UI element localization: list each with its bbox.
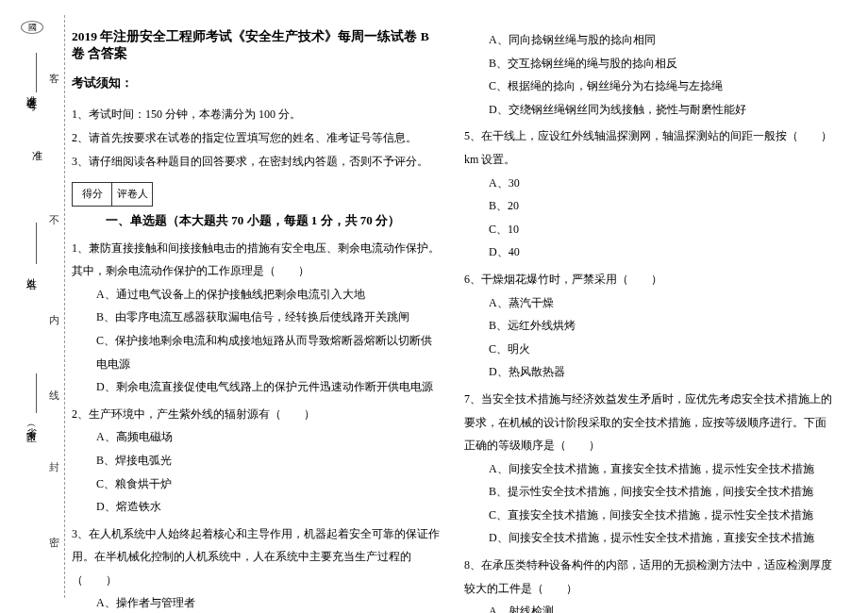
question-3: 3、在人机系统中人始终起着核心和主导作用，机器起着安全可靠的保证作用。在半机械化… bbox=[72, 522, 440, 592]
margin-word-1: 客 bbox=[47, 64, 61, 67]
option: D、剩余电流直接促使电气线路上的保护元件迅速动作断开供电电源 bbox=[72, 375, 440, 399]
option: B、由零序电流互感器获取漏电信号，经转换后使线路开关跳闸 bbox=[72, 306, 440, 329]
margin-word-5: 封 bbox=[47, 453, 61, 456]
option: C、10 bbox=[464, 218, 832, 241]
option: C、粮食烘干炉 bbox=[72, 472, 440, 496]
oval-mark-top: 國 bbox=[21, 21, 43, 34]
option: D、间接安全技术措施，提示性安全技术措施，直接安全技术措施 bbox=[464, 526, 832, 550]
option: A、同向捻钢丝绳与股的捻向相同 bbox=[464, 28, 832, 52]
left-column: 2019 年注册安全工程师考试《安全生产技术》每周一练试卷 B 卷 含答案 考试… bbox=[72, 28, 440, 613]
notice-line: 1、考试时间：150 分钟，本卷满分为 100 分。 bbox=[72, 103, 440, 126]
field-name-label: 姓名 bbox=[25, 270, 39, 273]
right-column: A、同向捻钢丝绳与股的捻向相同 B、交互捻钢丝绳的绳与股的捻向相反 C、根据绳的… bbox=[464, 28, 832, 613]
field-line-1 bbox=[36, 53, 37, 92]
option: C、根据绳的捻向，钢丝绳分为右捻绳与左捻绳 bbox=[464, 75, 832, 98]
option: C、明火 bbox=[464, 338, 832, 361]
option: C、直接安全技术措施，间接安全技术措施，提示性安全技术措施 bbox=[464, 504, 832, 527]
score-cell-grader: 评卷人 bbox=[112, 183, 152, 206]
notice-line: 3、请仔细阅读各种题目的回答要求，在密封线内答题，否则不予评分。 bbox=[72, 150, 440, 174]
score-cell-score: 得分 bbox=[73, 183, 112, 206]
option: C、保护接地剩余电流和构成接地短路从而导致熔断器熔断以切断供电电源 bbox=[72, 329, 440, 375]
field-line-3 bbox=[36, 373, 37, 413]
margin-word-4: 线 bbox=[47, 381, 61, 384]
option: A、射线检测 bbox=[464, 600, 832, 613]
notice-line: 2、请首先按要求在试卷的指定位置填写您的姓名、准考证号等信息。 bbox=[72, 126, 440, 150]
option: B、交互捻钢丝绳的绳与股的捻向相反 bbox=[464, 52, 832, 75]
question-1: 1、兼防直接接触和间接接触电击的措施有安全电压、剩余电流动作保护。其中，剩余电流… bbox=[72, 237, 440, 283]
margin-word-2: 不 bbox=[47, 207, 61, 210]
field-exam-id-small: 准 bbox=[30, 141, 44, 143]
question-7: 7、当安全技术措施与经济效益发生矛盾时，应优先考虑安全技术措施上的要求，在机械的… bbox=[464, 388, 832, 457]
field-line-2 bbox=[36, 223, 37, 264]
option: D、交绕钢丝绳钢丝同为线接触，挠性与耐磨性能好 bbox=[464, 98, 832, 122]
margin-word-3: 内 bbox=[47, 306, 61, 308]
option: D、40 bbox=[464, 240, 832, 264]
question-8: 8、在承压类特种设备构件的内部，适用的无损检测方法中，适应检测厚度较大的工件是（… bbox=[464, 554, 832, 600]
option: B、焊接电弧光 bbox=[72, 449, 440, 472]
exam-page: 國 客 不 内 线 封 密 准考证号 准 姓名 省（市区） 2019 年注册安全… bbox=[0, 0, 868, 613]
fold-dashed-line bbox=[64, 15, 65, 598]
margin-word-6: 密 bbox=[47, 528, 61, 531]
option: B、提示性安全技术措施，间接安全技术措施，间接安全技术措施 bbox=[464, 480, 832, 504]
exam-title: 2019 年注册安全工程师考试《安全生产技术》每周一练试卷 B 卷 含答案 bbox=[72, 28, 440, 62]
option: A、蒸汽干燥 bbox=[464, 291, 832, 315]
option: A、操作者与管理者 bbox=[72, 591, 440, 613]
option: B、20 bbox=[464, 194, 832, 218]
score-row: 得分 评卷人 一、单选题（本大题共 70 小题，每题 1 分，共 70 分） bbox=[72, 174, 440, 233]
option: D、熔造铁水 bbox=[72, 495, 440, 519]
notice-heading: 考试须知： bbox=[72, 75, 440, 91]
option: A、30 bbox=[464, 172, 832, 195]
score-box: 得分 评卷人 bbox=[72, 182, 153, 207]
content-columns: 2019 年注册安全工程师考试《安全生产技术》每周一练试卷 B 卷 含答案 考试… bbox=[72, 28, 832, 613]
option: B、远红外线烘烤 bbox=[464, 314, 832, 338]
section-title: 一、单选题（本大题共 70 小题，每题 1 分，共 70 分） bbox=[106, 208, 400, 233]
field-region-label: 省（市区） bbox=[25, 419, 39, 428]
question-6: 6、干燥烟花爆竹时，严禁采用（ ） bbox=[464, 268, 832, 291]
option: D、热风散热器 bbox=[464, 360, 832, 384]
binding-margin: 國 客 不 内 线 封 密 准考证号 准 姓名 省（市区） bbox=[0, 0, 68, 613]
option: A、通过电气设备上的保护接触线把剩余电流引入大地 bbox=[72, 283, 440, 306]
question-2: 2、生产环境中，产生紫外线的辐射源有（ ） bbox=[72, 403, 440, 426]
option: A、间接安全技术措施，直接安全技术措施，提示性安全技术措施 bbox=[464, 457, 832, 481]
option: A、高频电磁场 bbox=[72, 425, 440, 449]
question-5: 5、在干线上，应设红外线轴温探测网，轴温探测站的间距一般按（ ）km 设置。 bbox=[464, 124, 832, 171]
